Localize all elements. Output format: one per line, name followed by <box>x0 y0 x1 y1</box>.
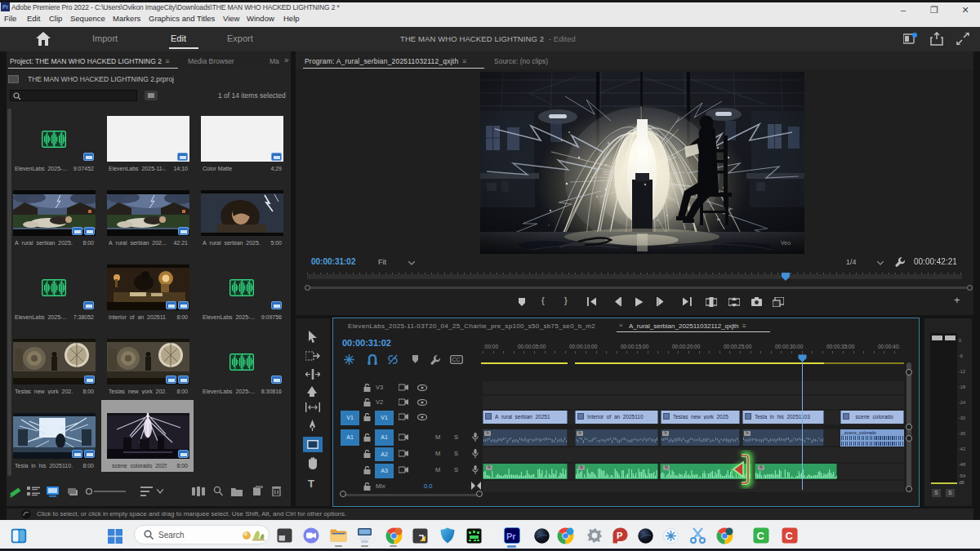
svg-text:C: C <box>786 530 794 542</box>
svg-text:Pr: Pr <box>506 531 516 541</box>
svg-text:P: P <box>617 531 622 540</box>
svg-text:CC: CC <box>452 357 461 362</box>
svg-text:Veo: Veo <box>781 240 791 246</box>
svg-text:C: C <box>757 530 765 542</box>
